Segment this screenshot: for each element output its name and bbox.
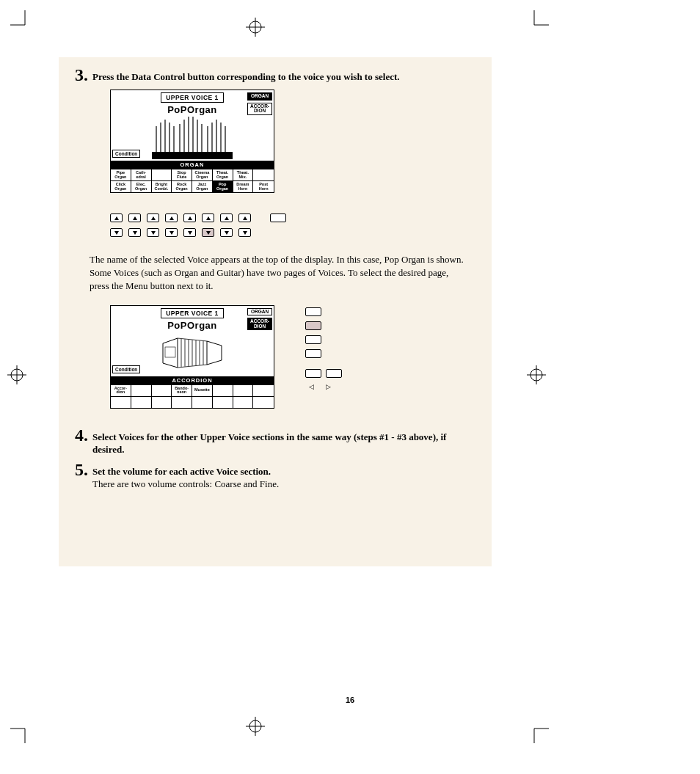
lcd-grid-row1: Pipe Organ Cath- edral Stop Flute Cinema… <box>111 169 274 180</box>
voice-cell[interactable]: Stop Flute <box>172 169 192 180</box>
page-number: 16 <box>0 695 700 704</box>
explanatory-paragraph: The name of the selected Voice appears a… <box>59 243 492 293</box>
voice-cell-empty <box>152 396 172 408</box>
voice-cell[interactable]: Bando- neon <box>172 384 192 396</box>
voice-cell-empty <box>253 169 274 180</box>
right-arrow-icon: ▷ <box>326 383 331 390</box>
registration-mark-left <box>7 365 26 387</box>
voice-cell[interactable]: Post Horn <box>253 180 274 192</box>
voice-cell[interactable]: Pipe Organ <box>111 169 131 180</box>
menu-organ[interactable]: ORGAN <box>247 308 272 316</box>
voice-cell-empty <box>111 396 131 408</box>
voice-cell-empty <box>131 384 152 396</box>
dc-blank-button[interactable] <box>270 213 286 222</box>
condition-button[interactable]: Condition <box>112 150 140 158</box>
organ-pipes-icon <box>152 115 233 159</box>
registration-mark-right <box>527 365 546 387</box>
lcd-category-bar: ACCORDION <box>111 376 274 384</box>
menu-accordion[interactable]: ACCOR- DION <box>247 318 272 330</box>
dc-up-button[interactable] <box>110 213 123 222</box>
menu-button[interactable] <box>305 349 321 358</box>
dc-down-button[interactable] <box>110 228 123 237</box>
dc-down-button[interactable] <box>165 228 178 237</box>
voice-cell[interactable]: Bright Combi. <box>152 180 172 192</box>
content-panel: 3 Press the Data Control button correspo… <box>59 57 492 566</box>
voice-cell[interactable]: Theat. Organ <box>213 169 233 180</box>
dc-up-button[interactable] <box>128 213 141 222</box>
menu-accordion[interactable]: ACCOR- DION <box>247 103 272 115</box>
lcd-title: UPPER VOICE 1 <box>161 92 224 103</box>
dc-down-button[interactable] <box>128 228 141 237</box>
lcd-grid-row2 <box>111 396 274 408</box>
menu-button[interactable] <box>326 369 342 378</box>
svg-rect-4 <box>152 152 233 159</box>
step-number: 3 <box>66 66 92 84</box>
step-3-text: Press the Data Control button correspond… <box>92 66 400 84</box>
voice-cell[interactable]: Accor- dion <box>111 384 131 396</box>
dc-up-button[interactable] <box>238 213 251 222</box>
lcd-title: UPPER VOICE 1 <box>161 308 224 318</box>
step-5-text: Set the volume for each active Voice sec… <box>92 461 279 478</box>
voice-cell-empty <box>131 396 152 408</box>
dc-down-button[interactable] <box>220 228 233 237</box>
dc-up-button[interactable] <box>147 213 159 222</box>
menu-button-selected[interactable] <box>305 321 321 330</box>
crop-mark-br <box>527 721 549 743</box>
voice-cell-empty <box>192 396 213 408</box>
voice-cell[interactable]: Elec. Organ <box>131 180 152 192</box>
accordion-icon <box>159 332 225 373</box>
dc-down-button-selected[interactable] <box>202 228 214 237</box>
dc-up-button[interactable] <box>165 213 178 222</box>
crop-mark-bl <box>10 721 32 743</box>
voice-cell[interactable]: Cath- edral <box>131 169 152 180</box>
step-5: 5 Set the volume for each active Voice s… <box>59 461 492 491</box>
voice-cell-empty <box>253 384 274 396</box>
condition-button[interactable]: Condition <box>112 365 140 373</box>
voice-cell-empty <box>172 396 192 408</box>
step-number: 4 <box>66 426 92 444</box>
voice-cell[interactable]: Cinema Organ <box>192 169 213 180</box>
crop-mark-tr <box>527 10 549 32</box>
lcd-voice-name: PoPOrgan <box>161 320 224 331</box>
data-control-buttons <box>110 213 492 237</box>
menu-button[interactable] <box>305 335 321 344</box>
menu-buttons: ◁ ▷ <box>305 305 342 392</box>
lcd-category-bar: ORGAN <box>111 161 274 169</box>
dc-up-button[interactable] <box>202 213 214 222</box>
dc-up-button[interactable] <box>220 213 233 222</box>
voice-cell-empty <box>233 384 254 396</box>
step-5-subtext: There are two volume controls: Coarse an… <box>92 478 279 491</box>
voice-cell-empty <box>253 396 274 408</box>
voice-cell[interactable]: Theat. Mix. <box>233 169 254 180</box>
voice-cell-empty <box>213 384 233 396</box>
dc-up-button[interactable] <box>183 213 196 222</box>
voice-cell-empty <box>213 396 233 408</box>
voice-cell[interactable]: Click Organ <box>111 180 131 192</box>
left-arrow-icon: ◁ <box>309 383 314 390</box>
dc-down-button[interactable] <box>183 228 196 237</box>
lcd-voice-name: PoPOrgan <box>161 104 224 115</box>
menu-button[interactable] <box>305 307 321 316</box>
voice-cell[interactable]: Musette <box>192 384 213 396</box>
step-4-text: Select Voices for the other Upper Voice … <box>92 426 477 456</box>
step-number: 5 <box>66 461 92 478</box>
voice-cell-empty <box>233 396 254 408</box>
registration-mark-bottom <box>246 717 265 739</box>
crop-mark-tl <box>10 10 32 32</box>
dc-down-button[interactable] <box>238 228 251 237</box>
lcd-screen-organ: UPPER VOICE 1 PoPOrgan ORGAN ACCOR- DION… <box>110 90 492 193</box>
voice-cell[interactable]: Dream Horn <box>233 180 254 192</box>
lcd-screen-accordion: UPPER VOICE 1 PoPOrgan ORGAN ACCOR- DION… <box>110 305 274 409</box>
dc-down-button[interactable] <box>147 228 159 237</box>
step-3: 3 Press the Data Control button correspo… <box>59 66 492 84</box>
registration-mark-top <box>246 18 265 40</box>
voice-cell-empty <box>152 169 172 180</box>
voice-cell-selected[interactable]: Pop Organ <box>213 180 233 192</box>
step-4: 4 Select Voices for the other Upper Voic… <box>59 426 492 456</box>
voice-cell[interactable]: Jazz Organ <box>192 180 213 192</box>
menu-button[interactable] <box>305 369 321 378</box>
lcd-grid-row1: Accor- dion Bando- neon Musette <box>111 384 274 396</box>
voice-cell[interactable]: Rock Organ <box>172 180 192 192</box>
menu-organ[interactable]: ORGAN <box>247 92 272 101</box>
voice-cell-empty <box>152 384 172 396</box>
